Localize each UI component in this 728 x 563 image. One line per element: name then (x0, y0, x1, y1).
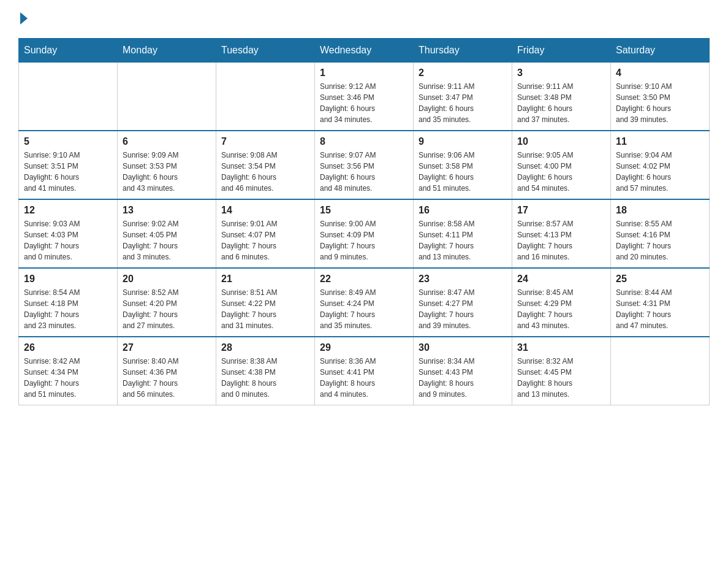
day-info: Sunrise: 9:02 AM Sunset: 4:05 PM Dayligh… (123, 218, 211, 262)
day-info: Sunrise: 8:52 AM Sunset: 4:20 PM Dayligh… (123, 287, 211, 331)
day-info: Sunrise: 8:44 AM Sunset: 4:31 PM Dayligh… (616, 287, 704, 331)
calendar-cell: 24Sunrise: 8:45 AM Sunset: 4:29 PM Dayli… (512, 268, 611, 337)
day-number: 11 (616, 136, 704, 147)
calendar-week-row: 12Sunrise: 9:03 AM Sunset: 4:03 PM Dayli… (19, 199, 710, 268)
day-info: Sunrise: 9:05 AM Sunset: 4:00 PM Dayligh… (517, 150, 605, 194)
day-number: 14 (221, 205, 309, 216)
calendar-cell: 6Sunrise: 9:09 AM Sunset: 3:53 PM Daylig… (118, 131, 216, 199)
day-info: Sunrise: 9:11 AM Sunset: 3:48 PM Dayligh… (517, 81, 605, 125)
calendar-cell (118, 63, 216, 131)
day-info: Sunrise: 8:42 AM Sunset: 4:34 PM Dayligh… (24, 356, 112, 400)
day-number: 1 (320, 67, 408, 79)
day-number: 7 (221, 136, 309, 147)
day-info: Sunrise: 8:34 AM Sunset: 4:43 PM Dayligh… (419, 356, 507, 400)
day-info: Sunrise: 9:01 AM Sunset: 4:07 PM Dayligh… (221, 218, 309, 262)
calendar-cell: 7Sunrise: 9:08 AM Sunset: 3:54 PM Daylig… (216, 131, 315, 199)
day-of-week-header: Sunday (19, 39, 118, 63)
day-number: 13 (123, 205, 211, 216)
day-number: 9 (419, 136, 507, 147)
day-info: Sunrise: 9:11 AM Sunset: 3:47 PM Dayligh… (419, 81, 507, 125)
calendar-cell: 14Sunrise: 9:01 AM Sunset: 4:07 PM Dayli… (216, 199, 315, 268)
day-info: Sunrise: 8:51 AM Sunset: 4:22 PM Dayligh… (221, 287, 309, 331)
day-info: Sunrise: 8:36 AM Sunset: 4:41 PM Dayligh… (320, 356, 408, 400)
day-number: 5 (24, 136, 112, 147)
day-number: 31 (517, 342, 605, 353)
calendar-cell: 25Sunrise: 8:44 AM Sunset: 4:31 PM Dayli… (611, 268, 710, 337)
calendar-cell: 4Sunrise: 9:10 AM Sunset: 3:50 PM Daylig… (611, 63, 710, 131)
calendar-cell: 9Sunrise: 9:06 AM Sunset: 3:58 PM Daylig… (414, 131, 512, 199)
day-of-week-header: Wednesday (315, 39, 414, 63)
day-info: Sunrise: 8:32 AM Sunset: 4:45 PM Dayligh… (517, 356, 605, 400)
day-number: 3 (517, 67, 605, 79)
day-info: Sunrise: 9:03 AM Sunset: 4:03 PM Dayligh… (24, 218, 112, 262)
calendar-cell: 1Sunrise: 9:12 AM Sunset: 3:46 PM Daylig… (315, 63, 414, 131)
day-info: Sunrise: 8:45 AM Sunset: 4:29 PM Dayligh… (517, 287, 605, 331)
calendar-week-row: 5Sunrise: 9:10 AM Sunset: 3:51 PM Daylig… (19, 131, 710, 199)
calendar-cell: 27Sunrise: 8:40 AM Sunset: 4:36 PM Dayli… (118, 337, 216, 405)
calendar-cell: 5Sunrise: 9:10 AM Sunset: 3:51 PM Daylig… (19, 131, 118, 199)
day-info: Sunrise: 9:10 AM Sunset: 3:50 PM Dayligh… (616, 81, 704, 125)
calendar-week-row: 26Sunrise: 8:42 AM Sunset: 4:34 PM Dayli… (19, 337, 710, 405)
day-of-week-header: Thursday (414, 39, 512, 63)
day-of-week-header: Saturday (611, 39, 710, 63)
calendar-cell: 22Sunrise: 8:49 AM Sunset: 4:24 PM Dayli… (315, 268, 414, 337)
logo (18, 12, 28, 26)
calendar-week-row: 1Sunrise: 9:12 AM Sunset: 3:46 PM Daylig… (19, 63, 710, 131)
day-info: Sunrise: 9:04 AM Sunset: 4:02 PM Dayligh… (616, 150, 704, 194)
calendar-cell: 20Sunrise: 8:52 AM Sunset: 4:20 PM Dayli… (118, 268, 216, 337)
day-number: 29 (320, 342, 408, 353)
day-number: 16 (419, 205, 507, 216)
day-number: 27 (123, 342, 211, 353)
day-info: Sunrise: 9:00 AM Sunset: 4:09 PM Dayligh… (320, 218, 408, 262)
calendar-cell: 23Sunrise: 8:47 AM Sunset: 4:27 PM Dayli… (414, 268, 512, 337)
day-number: 10 (517, 136, 605, 147)
day-info: Sunrise: 8:58 AM Sunset: 4:11 PM Dayligh… (419, 218, 507, 262)
calendar-cell: 26Sunrise: 8:42 AM Sunset: 4:34 PM Dayli… (19, 337, 118, 405)
calendar-header-row: SundayMondayTuesdayWednesdayThursdayFrid… (19, 39, 710, 63)
day-info: Sunrise: 8:55 AM Sunset: 4:16 PM Dayligh… (616, 218, 704, 262)
calendar-cell: 10Sunrise: 9:05 AM Sunset: 4:00 PM Dayli… (512, 131, 611, 199)
day-info: Sunrise: 8:57 AM Sunset: 4:13 PM Dayligh… (517, 218, 605, 262)
calendar-cell (216, 63, 315, 131)
calendar-cell: 13Sunrise: 9:02 AM Sunset: 4:05 PM Dayli… (118, 199, 216, 268)
day-info: Sunrise: 9:08 AM Sunset: 3:54 PM Dayligh… (221, 150, 309, 194)
day-info: Sunrise: 9:07 AM Sunset: 3:56 PM Dayligh… (320, 150, 408, 194)
day-info: Sunrise: 8:38 AM Sunset: 4:38 PM Dayligh… (221, 356, 309, 400)
calendar-cell: 29Sunrise: 8:36 AM Sunset: 4:41 PM Dayli… (315, 337, 414, 405)
day-info: Sunrise: 9:12 AM Sunset: 3:46 PM Dayligh… (320, 81, 408, 125)
day-number: 20 (123, 274, 211, 285)
day-info: Sunrise: 9:10 AM Sunset: 3:51 PM Dayligh… (24, 150, 112, 194)
day-info: Sunrise: 8:47 AM Sunset: 4:27 PM Dayligh… (419, 287, 507, 331)
calendar-cell: 8Sunrise: 9:07 AM Sunset: 3:56 PM Daylig… (315, 131, 414, 199)
logo-arrow-icon (20, 12, 28, 25)
calendar-cell: 30Sunrise: 8:34 AM Sunset: 4:43 PM Dayli… (414, 337, 512, 405)
day-number: 15 (320, 205, 408, 216)
day-number: 6 (123, 136, 211, 147)
calendar-cell: 3Sunrise: 9:11 AM Sunset: 3:48 PM Daylig… (512, 63, 611, 131)
page-header (18, 12, 710, 26)
day-of-week-header: Monday (118, 39, 216, 63)
calendar-cell: 17Sunrise: 8:57 AM Sunset: 4:13 PM Dayli… (512, 199, 611, 268)
day-info: Sunrise: 8:49 AM Sunset: 4:24 PM Dayligh… (320, 287, 408, 331)
day-of-week-header: Tuesday (216, 39, 315, 63)
day-number: 17 (517, 205, 605, 216)
calendar-cell: 21Sunrise: 8:51 AM Sunset: 4:22 PM Dayli… (216, 268, 315, 337)
day-number: 2 (419, 67, 507, 79)
day-of-week-header: Friday (512, 39, 611, 63)
day-number: 21 (221, 274, 309, 285)
day-number: 4 (616, 67, 704, 79)
calendar-cell: 18Sunrise: 8:55 AM Sunset: 4:16 PM Dayli… (611, 199, 710, 268)
day-info: Sunrise: 9:09 AM Sunset: 3:53 PM Dayligh… (123, 150, 211, 194)
calendar-cell (19, 63, 118, 131)
calendar-cell: 12Sunrise: 9:03 AM Sunset: 4:03 PM Dayli… (19, 199, 118, 268)
day-number: 30 (419, 342, 507, 353)
calendar-week-row: 19Sunrise: 8:54 AM Sunset: 4:18 PM Dayli… (19, 268, 710, 337)
day-number: 23 (419, 274, 507, 285)
day-info: Sunrise: 8:40 AM Sunset: 4:36 PM Dayligh… (123, 356, 211, 400)
day-info: Sunrise: 8:54 AM Sunset: 4:18 PM Dayligh… (24, 287, 112, 331)
day-number: 18 (616, 205, 704, 216)
calendar-cell: 28Sunrise: 8:38 AM Sunset: 4:38 PM Dayli… (216, 337, 315, 405)
day-info: Sunrise: 9:06 AM Sunset: 3:58 PM Dayligh… (419, 150, 507, 194)
calendar-cell: 31Sunrise: 8:32 AM Sunset: 4:45 PM Dayli… (512, 337, 611, 405)
calendar-cell: 2Sunrise: 9:11 AM Sunset: 3:47 PM Daylig… (414, 63, 512, 131)
